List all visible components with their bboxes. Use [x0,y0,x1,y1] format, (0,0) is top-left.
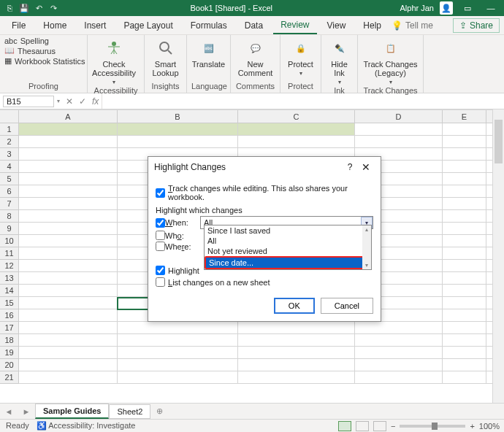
row-header[interactable]: 6 [0,185,19,198]
tab-help[interactable]: Help [356,18,389,34]
translate-button[interactable]: 🔤 Translate [191,36,226,69]
cell[interactable] [443,123,486,136]
when-checkbox[interactable] [156,218,165,228]
row-header[interactable]: 9 [0,223,19,235]
tab-scroll-left[interactable]: ◄ [0,407,18,416]
help-button[interactable]: ? [343,162,357,172]
tab-view[interactable]: View [320,18,354,34]
col-header-d[interactable]: D [355,110,443,123]
option-since-last-saved[interactable]: Since I last saved [205,225,371,236]
zoom-in-button[interactable]: + [470,422,474,431]
cell[interactable] [443,173,486,185]
cell[interactable] [19,123,118,136]
cell[interactable] [238,334,355,347]
track-changes-checkbox[interactable]: TTrack changes while editing. This also … [156,184,373,201]
check-accessibility-button[interactable]: Check Accessibility▾ [92,36,136,85]
cell[interactable] [118,136,238,148]
cell[interactable] [118,123,238,136]
cell[interactable] [443,247,486,260]
zoom-out-button[interactable]: − [391,422,395,431]
cell[interactable] [443,371,486,384]
tab-data[interactable]: Data [237,18,270,34]
row-header[interactable]: 14 [0,285,19,297]
cell[interactable] [355,334,443,347]
tab-scroll-right[interactable]: ► [18,407,35,416]
cell[interactable] [443,223,486,235]
cell[interactable] [443,297,486,309]
cell[interactable] [19,235,118,247]
workbook-stats-button[interactable]: ▦Workbook Statistics [4,56,85,66]
cell[interactable] [355,347,443,359]
cell[interactable] [19,260,118,272]
cell[interactable] [19,347,118,359]
cell[interactable] [19,285,118,297]
where-checkbox[interactable] [156,242,165,251]
cell[interactable] [443,359,486,371]
name-box[interactable]: B15 [3,96,54,107]
ribbon-options-icon[interactable]: ▭ [459,4,476,13]
col-header-b[interactable]: B [118,110,238,123]
new-sheet-button[interactable]: ⊕ [156,406,163,416]
status-accessibility[interactable]: ♿ Accessibility: Investigate [37,421,136,431]
cancel-button[interactable]: Cancel [321,298,373,314]
cell[interactable] [238,123,355,136]
cell[interactable] [19,247,118,260]
option-not-yet-reviewed[interactable]: Not yet reviewed [205,246,371,256]
page-break-view-button[interactable] [373,421,386,431]
col-header-c[interactable]: C [238,110,355,123]
cell[interactable] [19,148,118,161]
cell[interactable] [19,210,118,223]
row-header[interactable]: 2 [0,136,19,148]
cell[interactable] [443,309,486,322]
row-header[interactable]: 12 [0,260,19,272]
tab-home[interactable]: Home [36,18,74,34]
cell[interactable] [19,223,118,235]
cell[interactable] [118,347,238,359]
cell[interactable] [443,198,486,210]
cell[interactable] [355,123,443,136]
cell[interactable] [238,322,355,334]
cell[interactable] [19,359,118,371]
cell[interactable] [19,198,118,210]
thesaurus-button[interactable]: 📖Thesaurus [4,46,85,55]
row-header[interactable]: 3 [0,148,19,161]
row-header[interactable]: 20 [0,359,19,371]
row-header[interactable]: 8 [0,210,19,223]
vertical-scrollbar[interactable] [492,109,504,403]
col-header-a[interactable]: A [19,110,118,123]
tab-file[interactable]: File [4,18,33,34]
col-header-e[interactable]: E [443,110,486,123]
autosave-icon[interactable]: ⎘ [4,3,15,13]
cell[interactable] [443,235,486,247]
cell[interactable] [443,285,486,297]
cell[interactable] [19,136,118,148]
cell[interactable] [118,322,238,334]
row-header[interactable]: 16 [0,309,19,322]
save-icon[interactable]: 💾 [19,3,29,13]
tell-me-input[interactable]: Tell me [405,20,433,31]
zoom-slider[interactable] [400,425,465,428]
row-header[interactable]: 1 [0,123,19,136]
close-button[interactable]: ✕ [357,161,375,173]
cell[interactable] [443,334,486,347]
row-header[interactable]: 11 [0,247,19,260]
spelling-button[interactable]: abcSpelling [4,36,85,45]
normal-view-button[interactable] [338,421,351,431]
cell[interactable] [19,161,118,173]
select-all-corner[interactable] [0,110,19,123]
cell[interactable] [19,173,118,185]
cell[interactable] [443,185,486,198]
row-header[interactable]: 7 [0,198,19,210]
cell[interactable] [19,334,118,347]
row-header[interactable]: 15 [0,297,19,309]
track-changes-button[interactable]: 📋 Track Changes (Legacy)▾ [362,36,419,85]
cell[interactable] [443,260,486,272]
cell[interactable] [443,161,486,173]
protect-button[interactable]: 🔒 Protect▾ [285,36,316,77]
cell[interactable] [238,136,355,148]
cell[interactable] [19,371,118,384]
hide-ink-button[interactable]: ✒️ Hide Ink▾ [326,36,353,85]
cell[interactable] [443,148,486,161]
tab-review[interactable]: Review [273,17,316,34]
option-since-date[interactable]: Since date... [205,256,371,269]
